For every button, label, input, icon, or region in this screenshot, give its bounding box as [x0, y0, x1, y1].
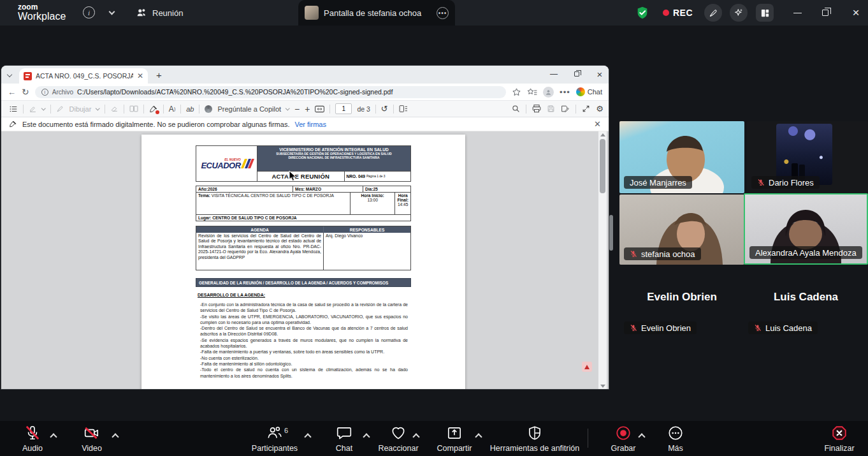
- signature-warning-bar: Este documento está firmado digitalmente…: [1, 117, 609, 131]
- print-icon[interactable]: [532, 105, 541, 113]
- window-restore-button[interactable]: [816, 0, 835, 26]
- search-icon[interactable]: [512, 105, 520, 113]
- security-shield-icon[interactable]: [635, 6, 649, 20]
- participants-button[interactable]: Participantes: [243, 425, 307, 453]
- annotate-button[interactable]: [704, 4, 722, 22]
- end-meeting-button[interactable]: Finalizar: [814, 425, 865, 453]
- host-tools-button[interactable]: Herramientas de anfitrión: [484, 425, 586, 453]
- tab-meeting-label: Reunión: [152, 8, 183, 18]
- signature-icon[interactable]: [149, 105, 158, 114]
- doc-meta-table: Año:2026 Mes: MARZO Día:25 Tema: VISITA …: [196, 186, 411, 221]
- tab-shared-screen[interactable]: Pantalla de stefania ochoa •••: [298, 0, 455, 26]
- browser-restore-button[interactable]: [567, 66, 586, 82]
- settings-gear-icon[interactable]: ⚙: [596, 104, 604, 114]
- page-view-icon[interactable]: [129, 105, 138, 113]
- share-button[interactable]: Compartir: [429, 425, 480, 453]
- url-field[interactable]: i Archivo C:/Users/lapto/Downloads/ACTA%…: [35, 86, 506, 98]
- browser-menu-icon[interactable]: •••: [560, 87, 570, 97]
- tab-meeting[interactable]: Reunión: [136, 0, 183, 26]
- pdf-scrollbar[interactable]: [598, 131, 607, 389]
- scroll-up-icon[interactable]: [600, 133, 605, 136]
- copilot-chevron-icon[interactable]: [286, 107, 289, 110]
- refresh-icon[interactable]: ↻: [22, 87, 29, 97]
- view-layout-button[interactable]: [756, 4, 774, 22]
- chevron-down-icon[interactable]: [109, 9, 115, 15]
- end-meeting-label: Finalizar: [824, 444, 854, 453]
- page-layout-icon[interactable]: [399, 105, 408, 113]
- heart-icon: [390, 425, 407, 441]
- new-tab-button[interactable]: +: [156, 70, 162, 80]
- scroll-down-icon[interactable]: [600, 385, 605, 388]
- highlighter-chevron-icon[interactable]: [41, 107, 45, 110]
- browser-tab-pdf[interactable]: ACTA NRO. 049_C.S. POSORJA TIP... ✕: [19, 68, 148, 84]
- meeting-info-icon[interactable]: i: [83, 6, 95, 18]
- signature-warning-text: Este documento está firmado digitalmente…: [22, 121, 289, 128]
- brand-zoom: zoom: [18, 3, 66, 11]
- video-button[interactable]: Video: [66, 425, 117, 453]
- pdf-toolbar: Dibujar A) ab Pregúntale a Copilot − +: [1, 101, 609, 117]
- back-icon[interactable]: ←: [8, 87, 16, 97]
- browser-close-button[interactable]: ×: [590, 66, 609, 82]
- text-tools-icon[interactable]: ab: [186, 105, 194, 113]
- rotate-icon[interactable]: ↺: [381, 104, 388, 114]
- more-label: Más: [668, 444, 683, 453]
- tab-shared-screen-label: Pantalla de stefania ochoa: [324, 8, 421, 18]
- zoom-out-icon[interactable]: −: [294, 104, 300, 114]
- favorites-bar-icon[interactable]: [527, 87, 537, 97]
- expand-icon[interactable]: [582, 105, 590, 113]
- tab-options-icon[interactable]: •••: [437, 7, 449, 19]
- page-number-input[interactable]: [335, 103, 352, 114]
- zoom-in-icon[interactable]: +: [305, 104, 310, 114]
- video-tile-stefania-ochoa[interactable]: stefania ochoa: [619, 195, 744, 265]
- highlighter-icon[interactable]: [29, 105, 37, 113]
- tab-close-icon[interactable]: ✕: [137, 71, 143, 80]
- adobe-acrobat-badge[interactable]: [582, 362, 592, 372]
- draw-icon[interactable]: [56, 105, 64, 113]
- copilot-chat-button[interactable]: Chat: [576, 87, 602, 96]
- read-aloud-icon[interactable]: A): [169, 105, 175, 114]
- window-close-button[interactable]: ×: [846, 0, 865, 26]
- save-icon[interactable]: [547, 105, 555, 113]
- video-tile-alexandra-active-speaker[interactable]: AlexandraA Ayala Mendoza: [744, 193, 868, 265]
- doc-agenda-table: AGENDA RESPONSABLES Revisión de los serv…: [196, 226, 411, 270]
- audio-button[interactable]: Audio: [7, 425, 58, 453]
- ai-companion-button[interactable]: [730, 4, 748, 22]
- pdf-scrollbar-thumb[interactable]: [600, 139, 605, 193]
- draw-label[interactable]: Dibujar: [69, 105, 92, 113]
- participants-panel-scrollbar[interactable]: [609, 215, 613, 251]
- draw-chevron-icon[interactable]: [96, 107, 99, 110]
- pdf-document-area[interactable]: EL NUEVO ECUADOR VICEMINISTERIO DE ATENC…: [1, 131, 609, 389]
- name-label-luis: Luis Cadena: [748, 321, 818, 334]
- fit-width-icon[interactable]: [315, 105, 324, 113]
- record-icon: [615, 425, 632, 441]
- video-tile-jose-manjarres[interactable]: José Manjarres: [619, 121, 744, 193]
- window-minimize-button[interactable]: [788, 0, 807, 26]
- pdf-file-icon: [24, 72, 32, 80]
- copilot-ask-label[interactable]: Pregúntale a Copilot: [217, 105, 281, 113]
- file-info-icon[interactable]: i: [41, 89, 48, 96]
- participants-icon: [266, 425, 283, 441]
- muted-mic-icon: [754, 324, 762, 332]
- video-tile-evelin-obrien[interactable]: Evelin Obrien Evelin Obrien: [619, 268, 744, 343]
- browser-minimize-button[interactable]: —: [544, 66, 563, 82]
- profile-avatar-icon[interactable]: [543, 87, 554, 98]
- tab-search-chevron-icon[interactable]: [7, 72, 12, 77]
- eraser-icon[interactable]: [110, 105, 119, 113]
- contents-icon[interactable]: [9, 105, 18, 114]
- warning-close-icon[interactable]: ✕: [594, 119, 601, 129]
- doc-paragraph: -Se visito las áreas de UTPR, EMERGENCIA…: [200, 314, 408, 326]
- zoom-titlebar: zoom Workplace i Reunión Pantalla de ste…: [0, 0, 868, 26]
- browser-tab-title: ACTA NRO. 049_C.S. POSORJA TIP...: [36, 72, 133, 80]
- responsables-header: RESPONSABLES: [324, 226, 410, 233]
- host-tools-shield-icon: [526, 425, 543, 441]
- shared-screen-browser-window: ACTA NRO. 049_C.S. POSORJA TIP... ✕ + — …: [1, 66, 609, 389]
- more-button[interactable]: Más: [650, 425, 701, 453]
- video-tile-dario-flores[interactable]: Dario Flores: [747, 121, 868, 193]
- chat-button[interactable]: Chat: [319, 425, 370, 453]
- favorite-star-icon[interactable]: [512, 87, 521, 97]
- ver-firmas-link[interactable]: Ver firmas: [294, 121, 326, 128]
- save-as-icon[interactable]: [561, 105, 570, 113]
- video-tile-luis-cadena[interactable]: Luis Cadena Luis Cadena: [744, 268, 868, 343]
- org-header: VICEMINISTERIO DE ATENCIÓN INTEGRAL EN S…: [257, 146, 410, 171]
- doc-paragraph: -Se evidencia espacios generados a travé…: [200, 337, 408, 349]
